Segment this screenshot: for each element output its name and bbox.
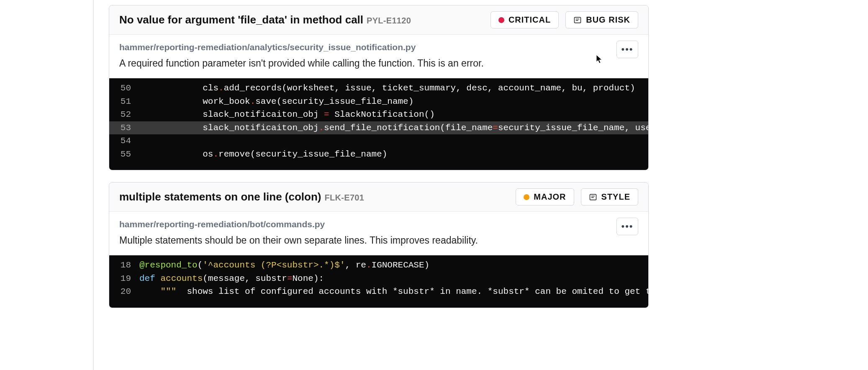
line-number: 54	[109, 134, 139, 148]
category-badge[interactable]: BUG RISK	[565, 11, 638, 28]
issue-title-row: No value for argument 'file_data' in met…	[119, 13, 411, 26]
code-content: """ shows list of configured accounts wi…	[139, 285, 648, 298]
line-number: 18	[109, 259, 139, 272]
issue-rule-code[interactable]: PYL-E1120	[367, 16, 411, 26]
line-number: 53	[109, 121, 139, 135]
code-content: os.remove(security_issue_file_name)	[139, 148, 395, 161]
file-path[interactable]: hammer/reporting-remediation/analytics/s…	[119, 42, 638, 52]
code-line: 51 work_book.save(security_issue_file_na…	[109, 95, 648, 108]
code-content: def accounts(message, substr=None):	[139, 272, 332, 285]
code-line: 54	[109, 134, 648, 148]
issue-body: ••• hammer/reporting-remediation/bot/com…	[109, 212, 648, 255]
severity-badge[interactable]: CRITICAL	[490, 11, 559, 28]
code-line: 19def accounts(message, substr=None):	[109, 272, 648, 285]
more-dots-icon: •••	[621, 44, 633, 55]
issue-title-row: multiple statements on one line (colon) …	[119, 190, 364, 203]
line-number: 55	[109, 148, 139, 161]
issue-title[interactable]: multiple statements on one line (colon)	[119, 190, 321, 203]
severity-label: CRITICAL	[508, 15, 551, 25]
sidebar-divider	[93, 0, 94, 320]
severity-label: MAJOR	[534, 192, 566, 202]
code-line: 53 slack_notificaiton_obj.send_file_noti…	[109, 121, 648, 135]
category-label: BUG RISK	[586, 15, 630, 25]
more-actions-button[interactable]: •••	[616, 218, 638, 235]
issue-body: ••• hammer/reporting-remediation/analyti…	[109, 35, 648, 78]
issue-rule-code[interactable]: FLK-E701	[325, 193, 365, 203]
code-line: 18@respond_to('^accounts (?P<substr>.*)$…	[109, 259, 648, 272]
code-line: 20 """ shows list of configured accounts…	[109, 285, 648, 298]
code-content: slack_notificaiton_obj = SlackNotificati…	[139, 108, 443, 121]
line-number: 52	[109, 108, 139, 121]
issue-card: No value for argument 'file_data' in met…	[109, 5, 649, 170]
category-icon	[589, 193, 597, 201]
code-snippet: 50 cls.add_records(worksheet, issue, tic…	[109, 78, 648, 170]
code-line: 52 slack_notificaiton_obj = SlackNotific…	[109, 108, 648, 121]
code-content: @respond_to('^accounts (?P<substr>.*)$',…	[139, 259, 438, 272]
category-label: STYLE	[601, 192, 630, 202]
badges-row: CRITICAL BUG RISK	[490, 11, 638, 28]
line-number: 51	[109, 95, 139, 108]
severity-dot-icon	[524, 194, 529, 200]
code-snippet: 18@respond_to('^accounts (?P<substr>.*)$…	[109, 255, 648, 308]
code-content: cls.add_records(worksheet, issue, ticket…	[139, 82, 644, 95]
code-line: 50 cls.add_records(worksheet, issue, tic…	[109, 82, 648, 95]
more-actions-button[interactable]: •••	[616, 41, 638, 58]
severity-dot-icon	[498, 17, 504, 23]
more-dots-icon: •••	[621, 221, 633, 232]
issue-description: Multiple statements should be on their o…	[119, 234, 638, 247]
category-icon	[573, 16, 582, 24]
file-path[interactable]: hammer/reporting-remediation/bot/command…	[119, 219, 638, 229]
code-content: slack_notificaiton_obj.send_file_notific…	[139, 121, 648, 135]
line-number: 20	[109, 285, 139, 298]
issue-title[interactable]: No value for argument 'file_data' in met…	[119, 13, 363, 26]
issue-card: multiple statements on one line (colon) …	[109, 182, 649, 308]
severity-badge[interactable]: MAJOR	[516, 188, 574, 206]
issues-page: No value for argument 'file_data' in met…	[0, 0, 868, 308]
category-badge[interactable]: STYLE	[581, 188, 638, 206]
code-content: work_book.save(security_issue_file_name)	[139, 95, 422, 108]
issue-description: A required function parameter isn't prov…	[119, 57, 638, 70]
issue-header: multiple statements on one line (colon) …	[109, 182, 648, 212]
code-line: 55 os.remove(security_issue_file_name)	[109, 148, 648, 161]
code-content	[139, 134, 148, 148]
line-number: 50	[109, 82, 139, 95]
badges-row: MAJOR STYLE	[516, 188, 638, 206]
line-number: 19	[109, 272, 139, 285]
issue-header: No value for argument 'file_data' in met…	[109, 5, 648, 35]
